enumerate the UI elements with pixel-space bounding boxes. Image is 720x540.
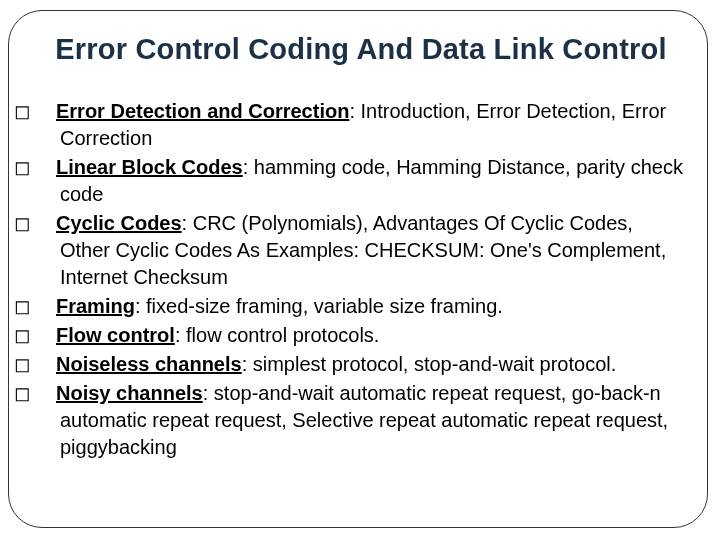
list-item: ◻Flow control: flow control protocols. — [37, 322, 685, 349]
bullet-rest: : flow control protocols. — [175, 324, 380, 346]
slide-card: Error Control Coding And Data Link Contr… — [8, 10, 708, 528]
bullet-topic: Framing — [56, 295, 135, 317]
bullet-glyph: ◻ — [37, 322, 56, 349]
bullet-list: ◻Error Detection and Correction: Introdu… — [37, 98, 685, 461]
bullet-glyph: ◻ — [37, 210, 56, 237]
list-item: ◻Noisy channels: stop-and-wait automatic… — [37, 380, 685, 461]
bullet-rest: : fixed-size framing, variable size fram… — [135, 295, 503, 317]
list-item: ◻Cyclic Codes: CRC (Polynomials), Advant… — [37, 210, 685, 291]
bullet-topic: Error Detection and Correction — [56, 100, 349, 122]
bullet-glyph: ◻ — [37, 98, 56, 125]
list-item: ◻Error Detection and Correction: Introdu… — [37, 98, 685, 152]
bullet-glyph: ◻ — [37, 380, 56, 407]
bullet-glyph: ◻ — [37, 293, 56, 320]
bullet-topic: Linear Block Codes — [56, 156, 243, 178]
bullet-topic: Cyclic Codes — [56, 212, 182, 234]
list-item: ◻Noiseless channels: simplest protocol, … — [37, 351, 685, 378]
bullet-glyph: ◻ — [37, 154, 56, 181]
list-item: ◻Linear Block Codes: hamming code, Hammi… — [37, 154, 685, 208]
page-title: Error Control Coding And Data Link Contr… — [37, 33, 685, 66]
bullet-glyph: ◻ — [37, 351, 56, 378]
bullet-topic: Flow control — [56, 324, 175, 346]
bullet-topic: Noisy channels — [56, 382, 203, 404]
list-item: ◻Framing: fixed-size framing, variable s… — [37, 293, 685, 320]
bullet-rest: : simplest protocol, stop-and-wait proto… — [242, 353, 617, 375]
bullet-topic: Noiseless channels — [56, 353, 242, 375]
